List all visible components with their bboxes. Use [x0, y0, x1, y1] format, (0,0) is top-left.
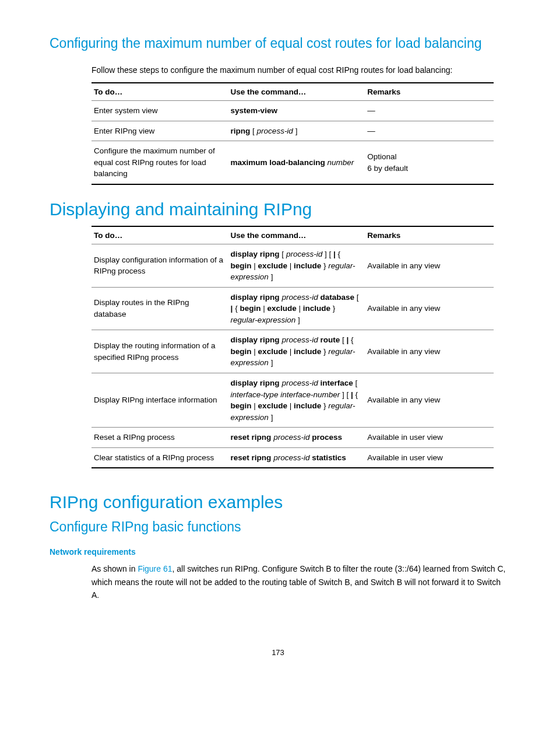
cell-todo: Clear statistics of a RIPng process	[92, 447, 228, 468]
table-row: Display configuration information of a R…	[92, 244, 494, 287]
cell-todo: Reset a RIPng process	[92, 428, 228, 448]
requirements-body: As shown in Figure 61, all switches run …	[92, 562, 506, 601]
section-heading-config-max-routes: Configuring the maximum number of equal …	[50, 35, 506, 52]
cell-todo: Display routes in the RIPng database	[92, 287, 228, 330]
cell-command: display ripng [ process-id ] [ | { begin…	[228, 244, 365, 287]
cell-remarks: Available in any view	[365, 287, 494, 330]
cell-command: display ripng process-id interface [ int…	[228, 373, 365, 428]
table-row: Configure the maximum number of equal co…	[92, 141, 494, 184]
table-row: Enter system viewsystem-view—	[92, 101, 494, 121]
table-row: Display RIPng interface informationdispl…	[92, 373, 494, 428]
cell-todo: Display configuration information of a R…	[92, 244, 228, 287]
cell-command: system-view	[228, 101, 365, 121]
cell-command: display ripng process-id route [ | { beg…	[228, 330, 365, 373]
page-number: 173	[50, 648, 506, 657]
th-todo: To do…	[92, 83, 228, 101]
cell-command: reset ripng process-id process	[228, 428, 365, 448]
table-row: Display the routing information of a spe…	[92, 330, 494, 373]
cell-remarks: Available in user view	[365, 428, 494, 448]
cell-remarks: —	[365, 101, 494, 121]
th-remarks: Remarks	[365, 83, 494, 101]
cell-command: maximum load-balancing number	[228, 141, 365, 184]
cell-todo: Enter system view	[92, 101, 228, 121]
cell-command: display ripng process-id database [ | { …	[228, 287, 365, 330]
cell-remarks: Optional6 by default	[365, 141, 494, 184]
table-row: Reset a RIPng processreset ripng process…	[92, 428, 494, 448]
cell-remarks: Available in any view	[365, 244, 494, 287]
cell-remarks: Available in any view	[365, 330, 494, 373]
th-remarks: Remarks	[365, 226, 494, 244]
config-steps-table: To do… Use the command… Remarks Enter sy…	[92, 82, 494, 185]
th-todo: To do…	[92, 226, 228, 244]
table-row: Enter RIPng viewripng [ process-id ]—	[92, 121, 494, 141]
cell-remarks: Available in any view	[365, 373, 494, 428]
figure-link[interactable]: Figure 61	[138, 564, 172, 573]
th-command: Use the command…	[228, 83, 365, 101]
cell-todo: Display the routing information of a spe…	[92, 330, 228, 373]
cell-command: ripng [ process-id ]	[228, 121, 365, 141]
subsection-heading-basic: Configure RIPng basic functions	[50, 519, 506, 536]
table-row: Clear statistics of a RIPng processreset…	[92, 447, 494, 468]
section-heading-examples: RIPng configuration examples	[50, 492, 506, 513]
network-requirements-heading: Network requirements	[50, 547, 506, 556]
cell-command: reset ripng process-id statistics	[228, 447, 365, 468]
cell-todo: Configure the maximum number of equal co…	[92, 141, 228, 184]
cell-todo: Enter RIPng view	[92, 121, 228, 141]
table-row: Display routes in the RIPng databasedisp…	[92, 287, 494, 330]
display-maintain-table: To do… Use the command… Remarks Display …	[92, 226, 494, 468]
cell-remarks: —	[365, 121, 494, 141]
section-heading-display-maintain: Displaying and maintaining RIPng	[50, 199, 506, 220]
intro-text: Follow these steps to configure the maxi…	[92, 64, 506, 76]
cell-remarks: Available in user view	[365, 447, 494, 468]
th-command: Use the command…	[228, 226, 365, 244]
cell-todo: Display RIPng interface information	[92, 373, 228, 428]
